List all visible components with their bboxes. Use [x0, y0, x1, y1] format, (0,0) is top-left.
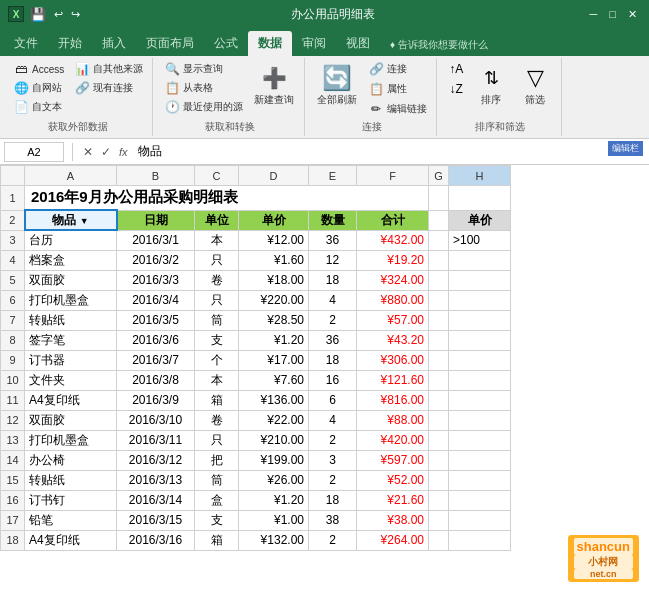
cell-g1[interactable]	[429, 186, 449, 211]
cell-g18[interactable]	[429, 530, 449, 550]
cell-c15[interactable]: 筒	[195, 470, 239, 490]
website-button[interactable]: 🌐 自网站	[10, 79, 67, 97]
cell-c8[interactable]: 支	[195, 330, 239, 350]
cell-g8[interactable]	[429, 330, 449, 350]
cell-h5[interactable]	[449, 270, 511, 290]
tab-view[interactable]: 视图	[336, 31, 380, 56]
cell-c16[interactable]: 盒	[195, 490, 239, 510]
tab-home[interactable]: 开始	[48, 31, 92, 56]
sort-asc-button[interactable]: ↑A	[445, 60, 467, 78]
connections-button[interactable]: 🔗 连接	[365, 60, 430, 78]
row-header-18[interactable]: 18	[1, 530, 25, 550]
cell-f10[interactable]: ¥121.60	[357, 370, 429, 390]
cell-h12[interactable]	[449, 410, 511, 430]
redo-icon[interactable]: ↪	[71, 8, 80, 21]
cell-b18[interactable]: 2016/3/16	[117, 530, 195, 550]
cell-a3[interactable]: 台历	[25, 230, 117, 250]
cell-b4[interactable]: 2016/3/2	[117, 250, 195, 270]
cell-d8[interactable]: ¥1.20	[239, 330, 309, 350]
row-header-7[interactable]: 7	[1, 310, 25, 330]
col-header-b[interactable]: B	[117, 166, 195, 186]
cell-h9[interactable]	[449, 350, 511, 370]
minimize-button[interactable]: ─	[586, 8, 602, 21]
cell-d4[interactable]: ¥1.60	[239, 250, 309, 270]
cell-h15[interactable]	[449, 470, 511, 490]
cell-h10[interactable]	[449, 370, 511, 390]
cell-g2[interactable]	[429, 210, 449, 230]
recent-sources-button[interactable]: 🕐 最近使用的源	[161, 98, 246, 116]
cell-b2[interactable]: 日期	[117, 210, 195, 230]
cell-d6[interactable]: ¥220.00	[239, 290, 309, 310]
cell-f9[interactable]: ¥306.00	[357, 350, 429, 370]
col-header-e[interactable]: E	[309, 166, 357, 186]
maximize-button[interactable]: □	[605, 8, 620, 21]
cell-b14[interactable]: 2016/3/12	[117, 450, 195, 470]
confirm-formula-button[interactable]: ✓	[99, 145, 113, 159]
tab-help[interactable]: ♦ 告诉我你想要做什么	[380, 34, 498, 56]
cell-b3[interactable]: 2016/3/1	[117, 230, 195, 250]
row-header-10[interactable]: 10	[1, 370, 25, 390]
cell-e3[interactable]: 36	[309, 230, 357, 250]
show-query-button[interactable]: 🔍 显示查询	[161, 60, 246, 78]
cell-g11[interactable]	[429, 390, 449, 410]
cell-h4[interactable]	[449, 250, 511, 270]
cell-e8[interactable]: 36	[309, 330, 357, 350]
sort-button[interactable]: ⇅ 排序	[471, 60, 511, 108]
row-header-11[interactable]: 11	[1, 390, 25, 410]
cell-f6[interactable]: ¥880.00	[357, 290, 429, 310]
window-controls[interactable]: ─ □ ✕	[586, 8, 641, 21]
tab-data[interactable]: 数据	[248, 31, 292, 56]
access-button[interactable]: 🗃 Access	[10, 60, 67, 78]
cell-h16[interactable]	[449, 490, 511, 510]
cell-b9[interactable]: 2016/3/7	[117, 350, 195, 370]
cell-h6[interactable]	[449, 290, 511, 310]
cell-e16[interactable]: 18	[309, 490, 357, 510]
cell-a16[interactable]: 订书钉	[25, 490, 117, 510]
cell-a10[interactable]: 文件夹	[25, 370, 117, 390]
row-header-15[interactable]: 15	[1, 470, 25, 490]
cell-h13[interactable]	[449, 430, 511, 450]
formula-input[interactable]	[134, 145, 645, 159]
cell-e5[interactable]: 18	[309, 270, 357, 290]
cell-e2[interactable]: 数量	[309, 210, 357, 230]
cell-h7[interactable]	[449, 310, 511, 330]
cell-e11[interactable]: 6	[309, 390, 357, 410]
cell-g10[interactable]	[429, 370, 449, 390]
from-table-button[interactable]: 📋 从表格	[161, 79, 246, 97]
cell-c12[interactable]: 卷	[195, 410, 239, 430]
cell-d12[interactable]: ¥22.00	[239, 410, 309, 430]
row-header-1[interactable]: 1	[1, 186, 25, 211]
cell-f4[interactable]: ¥19.20	[357, 250, 429, 270]
cell-b11[interactable]: 2016/3/9	[117, 390, 195, 410]
cell-f11[interactable]: ¥816.00	[357, 390, 429, 410]
cell-b13[interactable]: 2016/3/11	[117, 430, 195, 450]
text-button[interactable]: 📄 自文本	[10, 98, 67, 116]
row-header-9[interactable]: 9	[1, 350, 25, 370]
cell-b5[interactable]: 2016/3/3	[117, 270, 195, 290]
cell-c5[interactable]: 卷	[195, 270, 239, 290]
cell-b12[interactable]: 2016/3/10	[117, 410, 195, 430]
cell-b6[interactable]: 2016/3/4	[117, 290, 195, 310]
row-header-5[interactable]: 5	[1, 270, 25, 290]
tab-insert[interactable]: 插入	[92, 31, 136, 56]
cell-h14[interactable]	[449, 450, 511, 470]
cell-a18[interactable]: A4复印纸	[25, 530, 117, 550]
cell-a6[interactable]: 打印机墨盒	[25, 290, 117, 310]
cell-d13[interactable]: ¥210.00	[239, 430, 309, 450]
cell-a15[interactable]: 转贴纸	[25, 470, 117, 490]
cell-b10[interactable]: 2016/3/8	[117, 370, 195, 390]
cell-a4[interactable]: 档案盒	[25, 250, 117, 270]
cell-e15[interactable]: 2	[309, 470, 357, 490]
cell-g9[interactable]	[429, 350, 449, 370]
cell-a11[interactable]: A4复印纸	[25, 390, 117, 410]
cell-a9[interactable]: 订书器	[25, 350, 117, 370]
cell-a8[interactable]: 签字笔	[25, 330, 117, 350]
cell-d9[interactable]: ¥17.00	[239, 350, 309, 370]
cell-b16[interactable]: 2016/3/14	[117, 490, 195, 510]
cell-c18[interactable]: 箱	[195, 530, 239, 550]
row-header-14[interactable]: 14	[1, 450, 25, 470]
cell-g7[interactable]	[429, 310, 449, 330]
cell-e7[interactable]: 2	[309, 310, 357, 330]
cell-c9[interactable]: 个	[195, 350, 239, 370]
cell-f7[interactable]: ¥57.00	[357, 310, 429, 330]
